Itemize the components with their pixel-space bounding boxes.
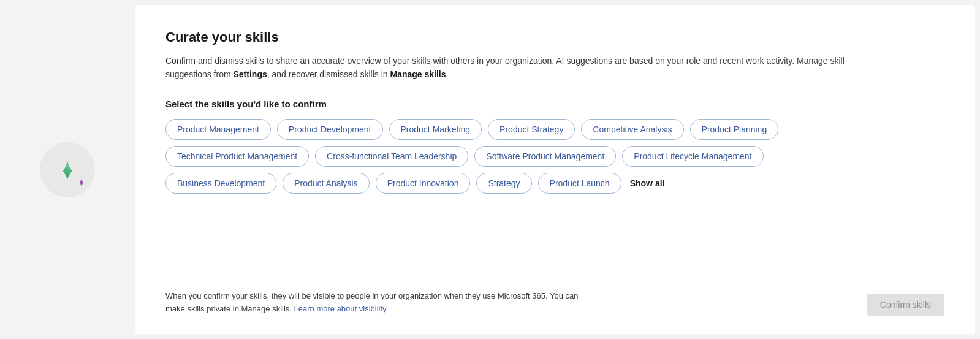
skill-chip-technical-product-management[interactable]: Technical Product Management: [165, 146, 309, 167]
skill-chip-product-analysis[interactable]: Product Analysis: [283, 173, 370, 194]
skill-chip-strategy[interactable]: Strategy: [476, 173, 531, 194]
skill-chip-product-lifecycle-management[interactable]: Product Lifecycle Management: [622, 146, 763, 167]
desc-part2: , and recover dismissed skills in: [267, 69, 390, 79]
page-title: Curate your skills: [165, 29, 944, 45]
skill-chip-software-product-management[interactable]: Software Product Management: [474, 146, 616, 167]
desc-settings: Settings: [234, 69, 267, 79]
footer-text: When you confirm your skills, they will …: [165, 290, 582, 316]
skill-chip-business-development[interactable]: Business Development: [165, 173, 276, 194]
skills-row-3: Business Development Product Analysis Pr…: [165, 173, 944, 194]
learn-more-link[interactable]: Learn more about visibility: [294, 304, 387, 313]
footer: When you confirm your skills, they will …: [165, 290, 944, 316]
skills-row-1: Product Management Product Development P…: [165, 119, 944, 140]
confirm-skills-button[interactable]: Confirm skills: [867, 294, 944, 316]
skill-chip-product-management[interactable]: Product Management: [165, 119, 271, 140]
skill-chip-product-launch[interactable]: Product Launch: [538, 173, 621, 194]
skill-chip-competitive-analysis[interactable]: Competitive Analysis: [581, 119, 683, 140]
skill-chip-product-innovation[interactable]: Product Innovation: [376, 173, 471, 194]
skills-section-title: Select the skills you'd like to confirm: [165, 99, 944, 109]
skill-chip-product-marketing[interactable]: Product Marketing: [389, 119, 482, 140]
skill-chip-product-planning[interactable]: Product Planning: [690, 119, 779, 140]
main-content: Curate your skills Confirm and dismiss s…: [135, 5, 975, 334]
sidebar: [0, 0, 135, 339]
skills-rows: Product Management Product Development P…: [165, 119, 944, 194]
desc-end: .: [446, 69, 449, 79]
show-all-link[interactable]: Show all: [630, 178, 665, 188]
skill-chip-product-development[interactable]: Product Development: [277, 119, 383, 140]
ai-sparkle-small-icon: [77, 178, 86, 188]
ai-sparkle-main-icon: [56, 158, 79, 181]
skill-chip-product-strategy[interactable]: Product Strategy: [488, 119, 575, 140]
page-container: Curate your skills Confirm and dismiss s…: [0, 0, 980, 339]
ai-icon-container: [40, 142, 95, 197]
description-text: Confirm and dismiss skills to share an a…: [165, 54, 870, 82]
skills-row-2: Technical Product Management Cross-funct…: [165, 146, 944, 167]
desc-manage: Manage skills: [390, 69, 446, 79]
skill-chip-cross-functional-team-leadership[interactable]: Cross-functional Team Leadership: [315, 146, 468, 167]
